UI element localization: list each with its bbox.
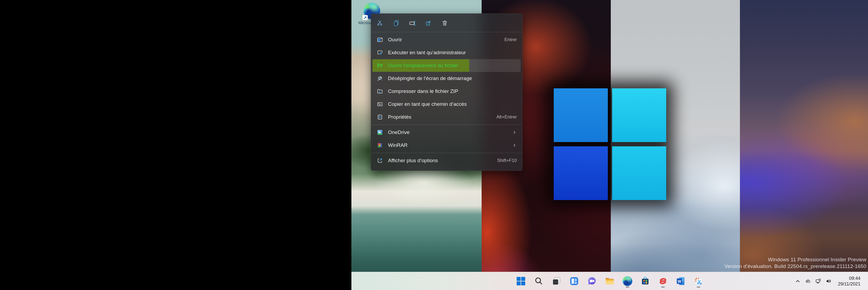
network-icon [815,278,821,284]
svg-text:W: W [678,280,681,284]
chevron-up-icon [795,278,801,284]
quick-actions-row [371,15,522,31]
onedrive-cloud-icon [805,278,811,284]
store-button[interactable] [638,274,652,288]
word-icon: W [676,276,686,286]
menu-separator [371,32,522,32]
running-indicator [697,287,701,288]
copy-path-icon [377,101,383,107]
chat-button[interactable] [585,274,599,288]
menu-separator [371,153,522,153]
unpin-icon [377,75,383,82]
windows-logo-pane-bottom-right [612,146,666,200]
menu-item-label: Afficher plus d’options [388,158,491,164]
menu-item-label: Propriétés [388,114,490,120]
snip-scissors-icon [693,276,704,286]
windows-start-icon [516,276,526,286]
tray-time: 09:44 [838,276,861,281]
share-icon [425,20,432,27]
tray-date: 29/11/2021 [838,281,861,287]
word-button[interactable]: W [674,274,688,288]
search-button[interactable] [532,274,546,288]
menu-item-winrar[interactable]: WinRAR [373,139,521,152]
volume-tray-button[interactable] [824,276,833,287]
edge-icon [623,276,632,286]
menu-item-shortcut: Shift+F10 [497,158,517,163]
windows-11-logo [554,88,666,200]
screen: Windows 11 Professionnel Insider Preview… [0,0,868,290]
insider-watermark: Windows 11 Professionnel Insider Preview… [724,256,866,269]
search-icon [533,276,544,286]
file-explorer-icon [604,276,615,286]
watermark-line-2: Version d’évaluation. Build 22504.rs_pre… [724,263,866,269]
cut-button[interactable] [376,19,385,28]
file-explorer-button[interactable] [603,274,617,288]
widgets-icon [569,276,579,286]
copy-icon [393,20,400,27]
menu-item-unpin-from-start[interactable]: Désépingler de l'écran de démarrage [373,72,521,85]
menu-item-open-file-location[interactable]: Ouvrir l'emplacement du fichier [373,59,521,72]
app-window-icon [377,37,383,43]
chat-icon [587,276,597,286]
menu-item-label: WinRAR [388,142,512,148]
menu-item-compress-zip[interactable]: Compresser dans le fichier ZIP [373,85,521,98]
delete-button[interactable] [440,19,450,28]
menu-item-label: Désépingler de l'écran de démarrage [388,75,517,81]
onedrive-tray-button[interactable] [803,276,813,287]
start-button[interactable] [514,274,528,288]
volume-icon [826,278,831,284]
widgets-button[interactable] [567,274,581,288]
watermark-line-1: Windows 11 Professionnel Insider Preview [724,256,866,263]
winrar-icon [377,142,383,148]
trash-icon [441,20,448,27]
running-indicator [661,287,665,288]
menu-item-label: Ouvrir [388,37,498,43]
submenu-chevron-icon [512,130,517,135]
menu-item-copy-as-path[interactable]: Copier en tant que chemin d’accès [373,98,521,111]
edge-button[interactable] [620,274,634,288]
menu-item-label: OneDrive [388,130,512,135]
red-express-icon [658,276,668,286]
black-background [0,0,351,290]
menu-item-label: Exécuter en tant qu’administrateur [388,50,517,56]
share-button[interactable] [424,19,433,28]
menu-item-shortcut: Entrer [504,37,517,42]
zip-folder-icon [377,88,383,95]
menu-item-show-more-options[interactable]: Afficher plus d’options Shift+F10 [373,154,521,167]
clock[interactable]: 09:44 29/11/2021 [838,276,861,287]
menu-item-run-as-admin[interactable]: Exécuter en tant qu’administrateur [373,46,521,59]
wallpaper-purple-waves [740,0,868,290]
snip-tool-button[interactable] [691,274,706,288]
submenu-chevron-icon [512,143,517,148]
onedrive-icon [377,129,383,136]
rename-button[interactable] [408,19,417,28]
running-indicator [626,287,629,288]
express-app-button[interactable] [656,274,670,288]
network-tray-button[interactable] [814,276,823,287]
menu-item-label: Compresser dans le fichier ZIP [388,88,517,94]
rename-icon [409,20,416,27]
menu-separator [371,124,522,125]
desktop: Windows 11 Professionnel Insider Preview… [351,0,868,290]
task-view-button[interactable] [550,274,563,288]
shortcut-arrow-icon: ↗ [363,15,368,21]
copy-button[interactable] [392,19,401,28]
menu-item-label: Copier en tant que chemin d’accès [388,101,517,107]
properties-icon [377,114,383,120]
context-menu: Ouvrir Entrer Exécuter en tant qu’admini… [371,13,523,171]
taskbar-center-icons: W [351,272,868,290]
taskbar: W [351,272,868,290]
menu-item-properties[interactable]: Propriétés Alt+Entrer [373,111,521,123]
scissors-icon [377,20,384,27]
menu-item-label: Ouvrir l'emplacement du fichier [388,63,517,69]
system-tray: 09:44 29/11/2021 [793,272,868,290]
menu-item-open[interactable]: Ouvrir Entrer [373,33,521,46]
windows-logo-pane-top-left [554,88,608,142]
folder-icon [377,62,383,69]
store-icon [640,276,650,286]
windows-logo-pane-bottom-left [554,146,608,200]
more-options-icon [377,157,383,164]
tray-overflow-chevron-button[interactable] [793,276,802,287]
menu-item-onedrive[interactable]: OneDrive [373,126,521,139]
admin-shield-icon [377,49,383,56]
